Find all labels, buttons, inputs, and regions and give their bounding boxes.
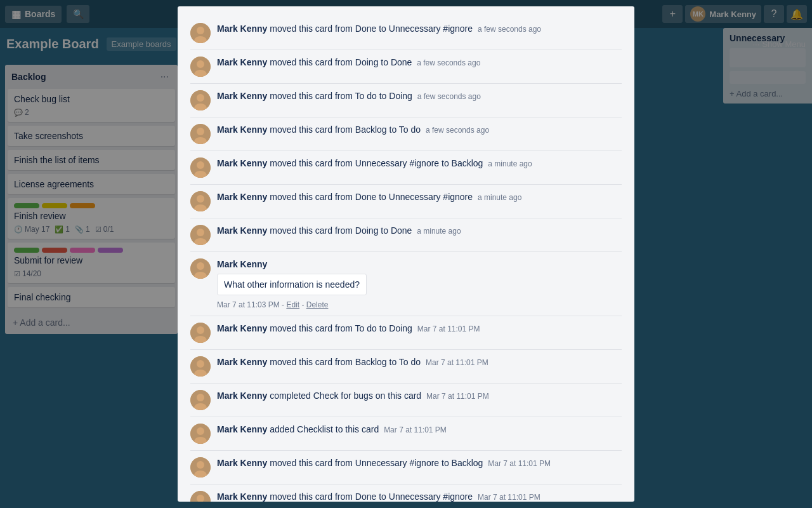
activity-text: Mark Kenny added Checklist to this card … [217, 424, 622, 436]
avatar [190, 323, 211, 343]
activity-text: Mark Kenny moved this card from Backlog … [217, 356, 622, 369]
edit-comment-link[interactable]: Edit [286, 300, 299, 309]
activity-text: Mark Kenny moved this card from To do to… [217, 90, 622, 103]
svg-point-19 [197, 229, 204, 236]
svg-point-34 [197, 427, 204, 435]
activity-text: Mark Kenny completed Check for bugs on t… [217, 390, 622, 403]
avatar [190, 57, 211, 77]
activity-body: Mark Kenny moved this card from Done to … [217, 23, 622, 36]
activity-body: Mark Kenny moved this card from Backlog … [217, 124, 622, 137]
activity-text: Mark Kenny moved this card from Doing to… [217, 57, 622, 69]
avatar [190, 23, 211, 43]
svg-point-13 [197, 161, 204, 169]
activity-body: Mark Kenny moved this card from Done to … [217, 491, 622, 502]
activity-item: Mark Kenny moved this card from Done to … [190, 17, 622, 50]
activity-modal: Mark Kenny moved this card from Done to … [178, 6, 634, 502]
activity-text: Mark Kenny moved this card from Done to … [217, 491, 622, 502]
activity-item: Mark Kenny moved this card from Backlog … [190, 350, 622, 384]
avatar [190, 356, 211, 377]
activity-text: Mark Kenny moved this card from Doing to… [217, 225, 622, 237]
activity-item: Mark Kenny moved this card from Done to … [190, 185, 622, 218]
activity-item: Mark Kenny moved this card from Doing to… [190, 218, 622, 252]
svg-point-4 [197, 60, 204, 68]
svg-point-22 [197, 262, 204, 270]
activity-item: Mark Kenny moved this card from Unnecess… [190, 151, 622, 185]
svg-point-10 [197, 128, 204, 135]
activity-item: Mark Kenny added Checklist to this card … [190, 417, 622, 451]
svg-point-25 [197, 326, 204, 334]
activity-item: Mark KennyWhat other information is need… [190, 252, 622, 316]
activity-text: Mark Kenny moved this card from Done to … [217, 191, 622, 204]
activity-item: Mark Kenny moved this card from Unnecess… [190, 451, 622, 485]
svg-point-16 [197, 195, 204, 203]
avatar [190, 457, 211, 478]
activity-item: Mark Kenny moved this card from Backlog … [190, 117, 622, 151]
svg-point-37 [197, 461, 204, 469]
comment-box: What other information is needed? [217, 274, 367, 295]
svg-point-31 [197, 394, 204, 401]
avatar [190, 157, 211, 178]
activity-text: Mark Kenny moved this card from Backlog … [217, 124, 622, 137]
avatar [190, 424, 211, 444]
avatar [190, 90, 211, 110]
avatar [190, 225, 211, 245]
activity-overlay[interactable]: Mark Kenny moved this card from Done to … [0, 0, 812, 508]
svg-point-1 [197, 27, 204, 34]
modal-inner: Mark Kenny moved this card from Done to … [178, 6, 634, 502]
activity-body: Mark Kenny moved this card from To do to… [217, 90, 622, 103]
activity-body: Mark Kenny completed Check for bugs on t… [217, 390, 622, 403]
activity-item: Mark Kenny moved this card from Done to … [190, 485, 622, 502]
activity-body: Mark Kenny moved this card from To do to… [217, 323, 622, 335]
activity-body: Mark Kenny moved this card from Unnecess… [217, 457, 622, 470]
avatar [190, 258, 211, 279]
activity-item: Mark Kenny moved this card from To do to… [190, 84, 622, 117]
activity-body: Mark Kenny moved this card from Doing to… [217, 225, 622, 237]
avatar [190, 491, 211, 502]
svg-point-28 [197, 360, 204, 368]
activity-body: Mark KennyWhat other information is need… [217, 258, 622, 309]
svg-point-7 [197, 94, 204, 102]
comment-actions: Mar 7 at 11:03 PM - Edit - Delete [217, 300, 622, 309]
activity-list: Mark Kenny moved this card from Done to … [190, 17, 622, 502]
avatar [190, 390, 211, 410]
activity-body: Mark Kenny moved this card from Doing to… [217, 57, 622, 69]
activity-text: Mark Kenny moved this card from Unnecess… [217, 157, 622, 170]
activity-body: Mark Kenny moved this card from Done to … [217, 191, 622, 204]
delete-comment-link[interactable]: Delete [306, 300, 329, 309]
avatar [190, 124, 211, 144]
activity-text: Mark Kenny moved this card from Unnecess… [217, 457, 622, 470]
activity-text: Mark Kenny [217, 258, 622, 271]
activity-item: Mark Kenny moved this card from Doing to… [190, 50, 622, 84]
activity-body: Mark Kenny moved this card from Backlog … [217, 356, 622, 369]
activity-body: Mark Kenny added Checklist to this card … [217, 424, 622, 436]
activity-item: Mark Kenny completed Check for bugs on t… [190, 384, 622, 417]
avatar [190, 191, 211, 211]
activity-text: Mark Kenny moved this card from Done to … [217, 23, 622, 36]
activity-text: Mark Kenny moved this card from To do to… [217, 323, 622, 335]
activity-item: Mark Kenny moved this card from To do to… [190, 316, 622, 350]
activity-body: Mark Kenny moved this card from Unnecess… [217, 157, 622, 170]
